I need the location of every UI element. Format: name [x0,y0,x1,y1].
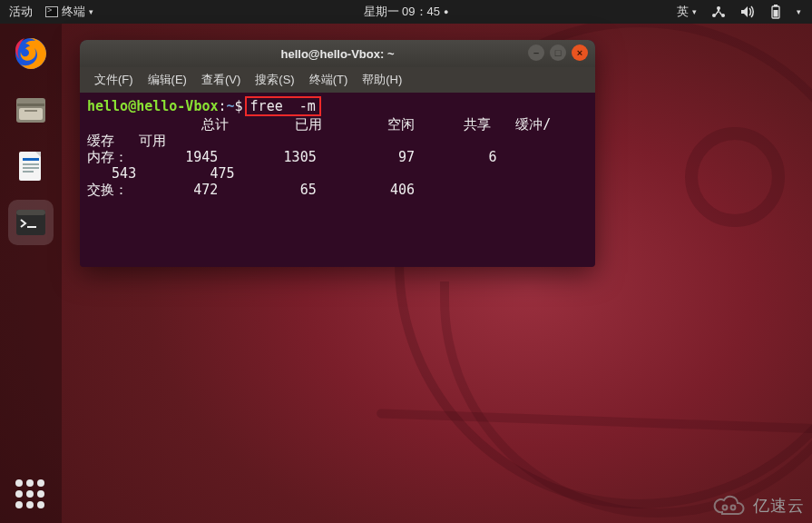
menu-search[interactable]: 搜索(S) [249,69,299,91]
active-app-menu[interactable]: 终端 ▾ [45,4,93,20]
volume-icon[interactable] [740,5,755,18]
hdr-used: 已用 [295,116,322,133]
hdr-buff-a: 缓冲/ [515,116,551,133]
svg-rect-17 [16,210,45,215]
row-mem-label: 内存： [87,149,128,165]
svg-point-20 [731,506,736,510]
svg-rect-15 [23,171,34,173]
window-title: hello@hello-Vbox: ~ [281,47,395,61]
watermark-text: 亿速云 [753,495,805,517]
hdr-shared: 共享 [464,116,491,133]
highlighted-command: free -m [245,96,321,116]
dock-item-terminal[interactable] [8,200,54,245]
svg-rect-5 [774,10,778,17]
menu-terminal[interactable]: 终端(T) [304,69,354,91]
terminal-icon [45,6,58,17]
swap-free: 406 [390,182,415,198]
swap-total: 472 [193,182,218,198]
chevron-down-icon: ▾ [89,7,93,16]
system-menu-chevron-icon[interactable]: ▾ [797,7,801,16]
svg-rect-12 [23,158,39,161]
mem-buffcache: 543 [112,165,136,182]
mem-total: 1945 [185,149,218,165]
hdr-avail: 可用 [139,133,166,149]
svg-rect-4 [774,5,778,6]
svg-rect-13 [23,163,39,165]
prompt-path: ~ [227,98,235,114]
mem-shared: 6 [488,149,496,165]
hdr-free: 空闲 [387,116,415,133]
top-bar: 活动 终端 ▾ 星期一 09：45 ● 英 ▾ ▾ [0,0,812,24]
menu-help[interactable]: 帮助(H) [357,69,407,91]
window-titlebar[interactable]: hello@hello-Vbox: ~ – □ × [80,40,595,67]
mem-free: 97 [398,149,415,165]
menu-edit[interactable]: 编辑(E) [142,69,192,91]
svg-rect-8 [17,104,44,106]
row-swap-label: 交换： [87,182,128,198]
dock-item-files[interactable] [8,87,54,133]
terminal-menubar: 文件(F) 编辑(E) 查看(V) 搜索(S) 终端(T) 帮助(H) [80,67,595,93]
network-icon[interactable] [711,5,726,18]
svg-point-19 [723,506,728,510]
mem-available: 475 [210,165,234,182]
activities-button[interactable]: 活动 [9,4,33,20]
mem-used: 1305 [284,149,317,165]
window-minimize-button[interactable]: – [528,44,544,61]
dock-item-firefox[interactable] [8,31,54,76]
cloud-icon [711,494,748,518]
svg-rect-11 [19,152,41,181]
prompt-user-host: hello@hello-Vbox [87,98,219,114]
chevron-down-icon: ▾ [692,7,697,16]
document-icon [12,147,50,185]
clock-text: 星期一 09：45 [364,4,441,20]
window-maximize-button[interactable]: □ [550,44,566,61]
prompt-colon: : [219,98,227,114]
svg-rect-10 [24,110,37,112]
battery-icon[interactable] [769,5,782,19]
terminal-app-icon [12,203,50,242]
notification-dot-icon: ● [444,7,448,16]
active-app-label: 终端 [62,4,85,20]
ime-label: 英 [677,4,689,20]
dock-item-writer[interactable] [8,143,54,189]
ime-menu[interactable]: 英 ▾ [677,4,697,20]
files-icon [12,91,50,129]
hdr-total: 总计 [201,116,229,133]
menu-file[interactable]: 文件(F) [89,69,139,91]
menu-view[interactable]: 查看(V) [196,69,246,91]
svg-rect-9 [19,108,43,120]
window-close-button[interactable]: × [572,44,588,61]
prompt-sigil: $ [235,98,243,114]
swap-used: 65 [300,182,317,198]
terminal-output[interactable]: hello@hello-Vbox:~$free -m 总计 已用 空闲 共享 缓… [80,93,595,267]
clock-menu[interactable]: 星期一 09：45 ● [364,4,449,20]
show-applications-button[interactable] [15,479,46,510]
terminal-window: hello@hello-Vbox: ~ – □ × 文件(F) 编辑(E) 查看… [80,40,595,267]
svg-rect-14 [23,167,39,169]
launcher-dock [0,24,62,523]
firefox-icon [12,35,50,73]
svg-rect-18 [27,226,36,228]
hdr-buff-b: 缓存 [87,133,114,149]
watermark: 亿速云 [711,494,805,518]
